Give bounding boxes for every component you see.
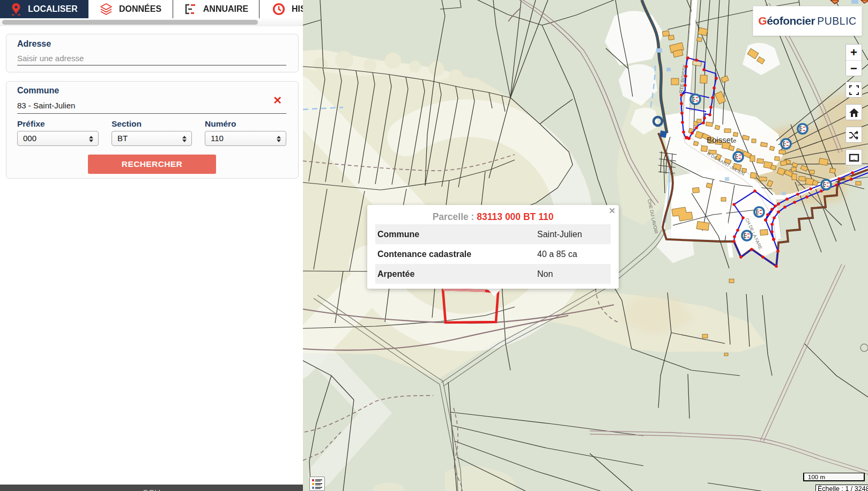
svg-text:Boissete: Boissete [707, 135, 736, 144]
